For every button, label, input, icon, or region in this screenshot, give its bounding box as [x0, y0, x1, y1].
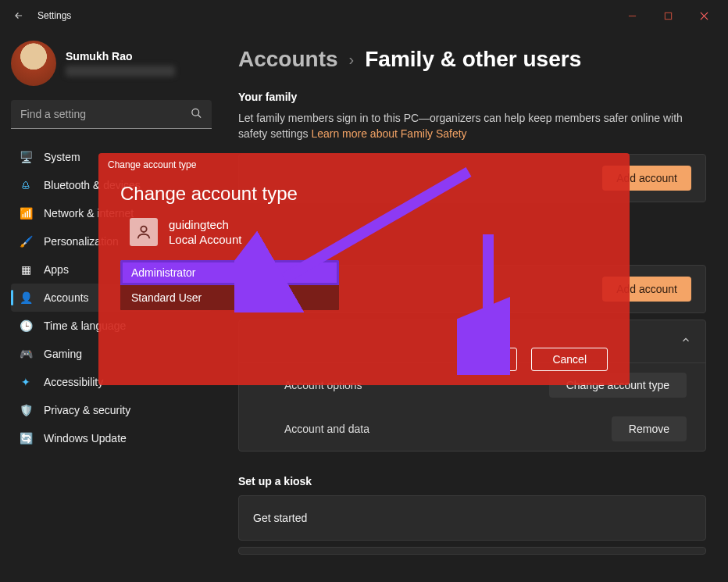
- cancel-button[interactable]: Cancel: [531, 348, 608, 371]
- user-email-redacted: [66, 66, 175, 77]
- display-icon: 🖥️: [19, 150, 33, 164]
- account-data-row: Account and data Remove: [239, 407, 705, 451]
- update-icon: 🔄: [19, 431, 33, 445]
- chevron-up-icon: [680, 334, 691, 348]
- titlebar: Settings: [0, 0, 728, 31]
- breadcrumb: Accounts › Family & other users: [238, 47, 706, 72]
- gamepad-icon: 🎮: [19, 347, 33, 361]
- section-heading-kiosk: Set up a kiosk: [238, 475, 706, 487]
- sidebar-item-label: System: [44, 151, 80, 163]
- remove-account-button[interactable]: Remove: [612, 416, 687, 441]
- sidebar-item-label: Gaming: [44, 348, 82, 360]
- sidebar-item-label: Windows Update: [44, 432, 127, 445]
- sidebar-item-label: Privacy & security: [44, 404, 130, 416]
- search-icon: [191, 107, 202, 122]
- dropdown-option-standard-user[interactable]: Standard User: [120, 285, 339, 310]
- breadcrumb-parent[interactable]: Accounts: [238, 47, 338, 72]
- dialog-account-row: guidingtech Local Account: [98, 217, 630, 260]
- apps-icon: ▦: [19, 262, 33, 277]
- kiosk-get-started-card[interactable]: Get started: [238, 495, 706, 541]
- dialog-titlebar: Change account type: [98, 153, 630, 177]
- sidebar-item-privacy[interactable]: 🛡️Privacy & security: [11, 396, 212, 424]
- svg-line-5: [198, 114, 201, 117]
- brush-icon: 🖌️: [19, 234, 33, 248]
- sidebar-item-windows-update[interactable]: 🔄Windows Update: [11, 424, 212, 452]
- svg-point-6: [141, 226, 146, 231]
- back-button[interactable]: [6, 3, 31, 28]
- dialog-heading: Change account type: [98, 177, 630, 217]
- family-description: Let family members sign in to this PC—or…: [238, 111, 706, 141]
- sidebar-item-label: Accounts: [44, 291, 89, 304]
- maximize-button[interactable]: [650, 3, 686, 28]
- bluetooth-icon: 🕭: [19, 178, 33, 192]
- additional-card: [238, 547, 706, 555]
- minimize-button[interactable]: [614, 3, 650, 28]
- sidebar-item-label: Accessibility: [44, 376, 103, 388]
- svg-point-4: [192, 109, 199, 116]
- avatar: [11, 41, 56, 86]
- window-controls: [614, 3, 722, 28]
- search-input[interactable]: [11, 100, 212, 129]
- sidebar-item-label: Apps: [44, 263, 69, 276]
- section-heading-family: Your family: [238, 91, 706, 103]
- user-name: Sumukh Rao: [66, 50, 175, 62]
- window-title: Settings: [37, 10, 71, 21]
- user-profile[interactable]: Sumukh Rao: [11, 41, 212, 86]
- close-button[interactable]: [686, 3, 722, 28]
- change-account-type-dialog: Change account type Change account type …: [98, 153, 630, 385]
- chevron-right-icon: ›: [349, 51, 355, 69]
- family-safety-link[interactable]: Learn more about Family Safety: [311, 127, 466, 140]
- clock-globe-icon: 🕒: [19, 319, 33, 333]
- dialog-account-type: Local Account: [169, 233, 241, 246]
- page-title: Family & other users: [365, 47, 581, 72]
- kiosk-card-label: Get started: [253, 512, 307, 524]
- person-icon: [130, 218, 158, 246]
- dialog-account-name: guidingtech: [169, 217, 241, 233]
- shield-icon: 🛡️: [19, 403, 33, 417]
- dialog-button-row: OK Cancel: [98, 310, 630, 371]
- svg-rect-1: [665, 12, 671, 19]
- wifi-icon: 📶: [19, 206, 33, 220]
- person-icon: 👤: [19, 291, 33, 305]
- dropdown-option-administrator[interactable]: Administrator: [120, 260, 339, 285]
- accessibility-icon: ✦: [19, 375, 33, 389]
- search-box[interactable]: [11, 100, 212, 129]
- account-data-label: Account and data: [284, 423, 369, 435]
- account-type-dropdown[interactable]: Administrator Standard User: [120, 260, 339, 310]
- ok-button[interactable]: OK: [459, 348, 517, 371]
